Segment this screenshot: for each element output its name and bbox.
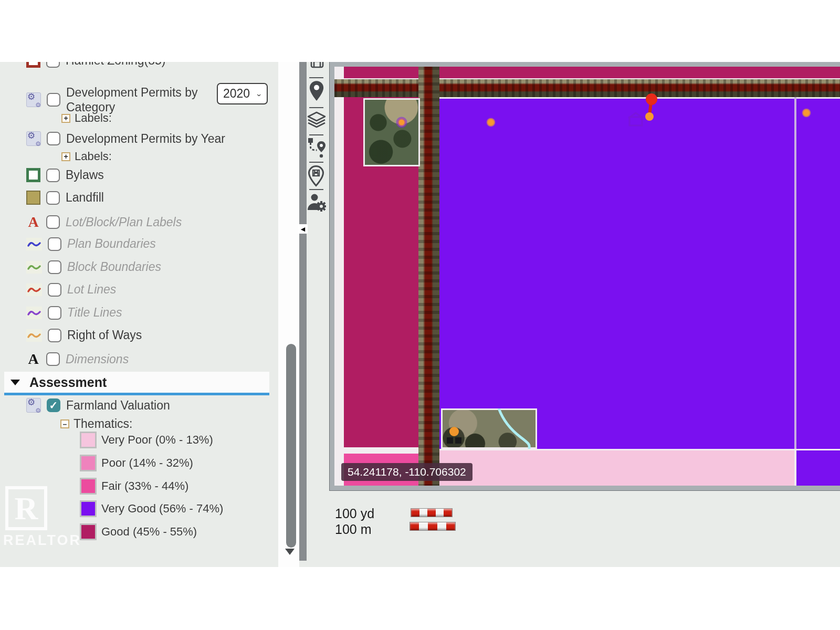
- expand-plus-icon[interactable]: +: [61, 114, 70, 123]
- scroll-down-arrow[interactable]: [285, 549, 295, 555]
- lot-block-plan-labels-checkbox[interactable]: [46, 215, 60, 229]
- layer-label: Bylaws: [66, 168, 104, 182]
- layer-label: Lot Lines: [67, 282, 116, 297]
- block-boundaries-checkbox[interactable]: [48, 260, 61, 274]
- toolbar-divider: [309, 189, 323, 190]
- layer-label: Dimensions: [66, 352, 129, 366]
- hamlet-zoning-checkbox[interactable]: [46, 62, 60, 68]
- layer-label: Development Permits by Category: [66, 85, 209, 114]
- map-canvas[interactable]: 54.241178, -110.706302: [334, 67, 840, 486]
- legend-label: Poor (14% - 32%): [101, 456, 193, 470]
- dev-permits-category-checkbox[interactable]: [47, 93, 60, 107]
- coordinates-tooltip: 54.241178, -110.706302: [341, 463, 472, 481]
- site-marker: [802, 109, 811, 117]
- red-pin-marker: [646, 93, 657, 105]
- section-accent-underline: [4, 393, 269, 395]
- labels-caption: Labels:: [75, 111, 112, 125]
- legend-swatch: [80, 523, 97, 540]
- assessment-section-header[interactable]: Assessment: [4, 372, 269, 393]
- layer-row-dev-permits-category: Development Permits by Category: [26, 85, 209, 114]
- farmland-valuation-checkbox[interactable]: ✓: [47, 398, 60, 412]
- section-title: Assessment: [29, 375, 107, 390]
- landfill-legend-icon: [26, 191, 40, 205]
- scale-bar-meters: [410, 522, 456, 531]
- scale-bar-yards: [411, 508, 453, 517]
- content-area: Hamlet Zoning(85) Development Permits by…: [0, 62, 840, 567]
- collapse-sidebar-button[interactable]: ◀: [298, 224, 308, 234]
- legend-swatch: [80, 455, 97, 471]
- legend-swatch: [80, 478, 97, 495]
- layer-row-lot-block-plan-labels: A Lot/Block/Plan Labels: [26, 214, 182, 230]
- layer-label: Hamlet Zoning(85): [66, 62, 165, 68]
- map-markers-layer: [334, 67, 840, 486]
- layer-row-hamlet-zoning: Hamlet Zoning(85): [26, 62, 165, 68]
- layer-label: Block Boundaries: [67, 260, 161, 274]
- toolbar-divider: [309, 77, 323, 78]
- legend-item-fair: Fair (33% - 44%): [80, 478, 188, 495]
- save-location-icon[interactable]: [308, 165, 324, 189]
- layer-row-farmland-valuation: ✓ Farmland Valuation: [26, 398, 170, 413]
- layer-label: Title Lines: [67, 306, 122, 320]
- wave-line-icon: [26, 307, 42, 319]
- site-marker: [449, 427, 459, 436]
- right-of-ways-checkbox[interactable]: [48, 329, 61, 342]
- map-viewport[interactable]: 54.241178, -110.706302: [330, 62, 840, 490]
- layer-row-dimensions: A Dimensions: [26, 351, 129, 368]
- site-marker: [645, 112, 654, 121]
- legend-label: Very Good (56% - 74%): [101, 502, 223, 516]
- dev-permits-year-select[interactable]: 2020 ⌄: [217, 83, 268, 104]
- text-label-icon: A: [26, 351, 40, 368]
- wave-line-icon: [26, 284, 42, 296]
- legend-swatch: [80, 500, 97, 517]
- layers-icon[interactable]: [307, 110, 326, 133]
- landfill-checkbox[interactable]: [46, 191, 60, 205]
- realtor-logo: R: [5, 486, 47, 530]
- dev-permits-year-checkbox[interactable]: [47, 132, 60, 145]
- location-pin-icon[interactable]: [309, 80, 324, 104]
- toolbar-divider: [309, 134, 323, 135]
- title-lines-checkbox[interactable]: [48, 306, 61, 320]
- layer-row-block-boundaries: Block Boundaries: [26, 260, 161, 274]
- legend-item-very-poor: Very Poor (0% - 13%): [80, 432, 213, 448]
- legend-label: Very Poor (0% - 13%): [101, 433, 213, 447]
- layer-label: Plan Boundaries: [67, 237, 156, 251]
- legend-label: Fair (33% - 44%): [101, 479, 188, 493]
- layer-row-title-lines: Title Lines: [26, 306, 122, 320]
- legend-item-good: Good (45% - 55%): [80, 523, 197, 540]
- layer-row-plan-boundaries: Plan Boundaries: [26, 237, 156, 251]
- lot-lines-checkbox[interactable]: [48, 283, 61, 297]
- house-outline-marker: [628, 113, 643, 125]
- thematic-layer-icon: [26, 92, 41, 107]
- scrollbar-thumb[interactable]: [286, 344, 296, 548]
- plan-boundaries-checkbox[interactable]: [48, 237, 61, 251]
- collapse-triangle-icon: [10, 380, 20, 385]
- legend-item-very-good: Very Good (56% - 74%): [80, 500, 223, 517]
- panel-divider-bar: [299, 62, 307, 561]
- scale-label-yards: 100 yd: [335, 506, 374, 521]
- save-icon[interactable]: [310, 62, 324, 70]
- layer-label: Lot/Block/Plan Labels: [66, 215, 182, 229]
- layer-row-landfill: Landfill: [26, 191, 104, 205]
- thematics-caption: Thematics:: [74, 417, 132, 431]
- selected-year: 2020: [223, 87, 250, 101]
- toolbar-divider: [309, 107, 323, 108]
- labels-toggle-row: + Labels:: [61, 150, 112, 163]
- thematic-layer-icon: [26, 398, 41, 413]
- gis-app-window: Hamlet Zoning(85) Development Permits by…: [0, 0, 840, 630]
- site-marker: [397, 118, 406, 127]
- bylaws-legend-icon: [26, 168, 40, 182]
- collapse-minus-icon[interactable]: –: [60, 419, 69, 428]
- layer-row-dev-permits-year: Development Permits by Year: [26, 131, 225, 146]
- route-icon[interactable]: [307, 136, 326, 163]
- layer-label: Landfill: [66, 191, 104, 205]
- user-settings-icon[interactable]: [307, 191, 326, 214]
- wave-line-icon: [26, 261, 42, 274]
- layer-row-lot-lines: Lot Lines: [26, 282, 116, 297]
- layer-row-right-of-ways: Right of Ways: [26, 328, 142, 342]
- legend-item-poor: Poor (14% - 32%): [80, 455, 193, 471]
- expand-plus-icon[interactable]: +: [61, 152, 70, 161]
- labels-caption: Labels:: [75, 150, 112, 163]
- thematics-toggle-row: – Thematics:: [60, 417, 132, 431]
- bylaws-checkbox[interactable]: [46, 169, 60, 182]
- dimensions-checkbox[interactable]: [46, 352, 60, 366]
